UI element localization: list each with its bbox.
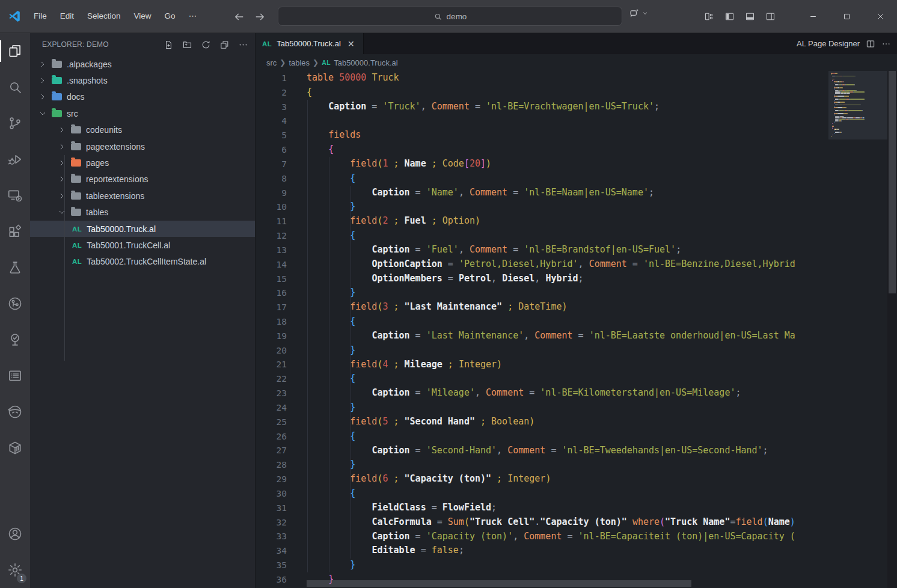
menu-go[interactable]: Go <box>158 7 182 25</box>
minimap-viewport[interactable] <box>828 71 887 139</box>
tab-close-icon[interactable]: ✕ <box>346 38 357 49</box>
code-line-20[interactable]: 20 } <box>256 343 897 358</box>
new-file-icon[interactable] <box>161 37 176 52</box>
code-line-16[interactable]: 16 } <box>256 286 897 300</box>
chevron-down-icon[interactable] <box>38 109 48 118</box>
code-line-34[interactable]: 34 Editable = false; <box>256 544 897 558</box>
code-line-14[interactable]: 14 OptionCaption = 'Petrol,Diesel,Hybrid… <box>256 257 897 272</box>
code-line-23[interactable]: 23 Caption = 'Mileage', Comment = 'nl-BE… <box>256 386 897 400</box>
code-line-28[interactable]: 28 } <box>256 458 897 472</box>
tree-item-docs[interactable]: docs <box>30 89 255 105</box>
chevron-right-icon[interactable] <box>38 92 48 102</box>
horizontal-scrollbar[interactable] <box>307 580 691 587</box>
breadcrumb-item-src[interactable]: src <box>266 58 277 67</box>
copilot-button[interactable] <box>629 8 649 19</box>
collapse-folders-icon[interactable] <box>217 37 231 52</box>
minimize-button[interactable] <box>796 0 830 33</box>
code-line-17[interactable]: 17 field(3 ; "Last Maintenance" ; DateTi… <box>256 300 897 314</box>
activity-source-control[interactable] <box>0 105 30 141</box>
customize-layout-icon[interactable] <box>700 8 718 26</box>
code-line-3[interactable]: 3 Caption = 'Truck', Comment = 'nl-BE=Vr… <box>256 100 897 114</box>
code-line-26[interactable]: 26 { <box>256 429 897 444</box>
menu-selection[interactable]: Selection <box>81 7 127 25</box>
code-line-31[interactable]: 31 FieldClass = FlowField; <box>256 501 897 515</box>
vertical-scrollbar[interactable] <box>887 71 897 588</box>
code-line-18[interactable]: 18 { <box>256 314 897 329</box>
activity-explorer[interactable] <box>0 33 30 69</box>
code-line-30[interactable]: 30 { <box>256 486 897 501</box>
chevron-down-icon[interactable] <box>58 207 67 217</box>
tree-item-codeunits[interactable]: codeunits <box>30 122 255 138</box>
code-line-10[interactable]: 10 } <box>256 200 897 214</box>
activity-accounts[interactable] <box>0 516 30 552</box>
toggle-primary-sidebar-icon[interactable] <box>720 8 738 26</box>
code-line-29[interactable]: 29 field(6 ; "Capacity (ton)" ; Integer) <box>256 472 897 486</box>
activity-remote-explorer[interactable] <box>0 177 30 213</box>
menu-edit[interactable]: Edit <box>54 7 81 25</box>
tree-item--alpackages[interactable]: .alpackages <box>30 56 255 72</box>
refresh-icon[interactable] <box>198 37 213 52</box>
activity-ninja-extension[interactable] <box>0 394 30 430</box>
code-line-24[interactable]: 24 } <box>256 400 897 415</box>
menu-[interactable]: ⋯ <box>182 7 204 25</box>
tree-item--snapshots[interactable]: .snapshots <box>30 72 255 88</box>
code-line-6[interactable]: 6 { <box>256 142 897 157</box>
close-button[interactable] <box>863 0 897 33</box>
chevron-right-icon[interactable] <box>38 76 48 85</box>
code-editor[interactable]: 1table 50000 Truck2{3 Caption = 'Truck',… <box>256 71 897 588</box>
code-line-12[interactable]: 12 { <box>256 228 897 243</box>
forward-icon[interactable] <box>254 11 266 23</box>
code-line-25[interactable]: 25 field(5 ; "Second Hand" ; Boolean) <box>256 415 897 429</box>
menu-file[interactable]: File <box>27 7 54 25</box>
activity-search[interactable] <box>0 69 30 105</box>
activity-output-list[interactable] <box>0 358 30 394</box>
horizontal-scrollbar-thumb[interactable] <box>307 580 691 587</box>
code-line-1[interactable]: 1table 50000 Truck <box>256 71 897 85</box>
new-folder-icon[interactable] <box>180 37 194 52</box>
chevron-right-icon[interactable] <box>58 158 67 168</box>
activity-test-explorer[interactable] <box>0 322 30 358</box>
menu-view[interactable]: View <box>127 7 158 25</box>
chevron-right-icon[interactable] <box>58 174 67 184</box>
code-line-4[interactable]: 4 <box>256 114 897 128</box>
toggle-secondary-sidebar-icon[interactable] <box>761 8 779 26</box>
activity-settings[interactable]: 1 <box>0 552 30 588</box>
more-actions-icon[interactable] <box>236 37 250 52</box>
minimap[interactable] <box>828 71 887 588</box>
code-line-7[interactable]: 7 field(1 ; Name ; Code[20]) <box>256 157 897 171</box>
chevron-right-icon[interactable] <box>58 142 67 152</box>
activity-extensions[interactable] <box>0 213 30 250</box>
chevron-right-icon[interactable] <box>38 60 48 69</box>
tab-tab50000-truck[interactable]: AL Tab50000.Truck.al ✕ <box>256 33 364 54</box>
code-line-5[interactable]: 5 fields <box>256 128 897 142</box>
maximize-button[interactable] <box>830 0 863 33</box>
code-line-2[interactable]: 2{ <box>256 85 897 100</box>
tree-item-pageextensions[interactable]: pageextensions <box>30 138 255 155</box>
code-line-11[interactable]: 11 field(2 ; Fuel ; Option) <box>256 214 897 228</box>
code-line-27[interactable]: 27 Caption = 'Second-Hand', Comment = 'n… <box>256 444 897 458</box>
code-line-13[interactable]: 13 Caption = 'Fuel', Comment = 'nl-BE=Br… <box>256 243 897 257</box>
tree-item-src[interactable]: src <box>30 105 255 121</box>
activity-al-object-browser[interactable] <box>0 286 30 322</box>
activity-test-beaker[interactable] <box>0 250 30 286</box>
toggle-panel-icon[interactable] <box>741 8 759 26</box>
back-icon[interactable] <box>233 11 245 23</box>
code-line-15[interactable]: 15 OptionMembers = Petrol, Diesel, Hybri… <box>256 272 897 286</box>
code-line-35[interactable]: 35 } <box>256 558 897 572</box>
code-line-9[interactable]: 9 Caption = 'Name', Comment = 'nl-BE=Naa… <box>256 186 897 200</box>
split-editor-icon[interactable] <box>866 39 875 49</box>
more-actions-icon[interactable] <box>881 39 891 49</box>
activity-run-and-debug[interactable] <box>0 141 30 177</box>
al-page-designer-button[interactable]: AL Page Designer <box>797 39 860 48</box>
code-line-22[interactable]: 22 { <box>256 372 897 386</box>
command-center-search[interactable]: demo <box>278 7 622 26</box>
code-line-19[interactable]: 19 Caption = 'Last Maintenance', Comment… <box>256 329 897 343</box>
breadcrumb-item-tab50000-truck-al[interactable]: Tab50000.Truck.al <box>334 58 397 67</box>
chevron-right-icon[interactable] <box>58 125 67 135</box>
code-line-32[interactable]: 32 CalcFormula = Sum("Truck Cell"."Capac… <box>256 515 897 530</box>
code-line-8[interactable]: 8 { <box>256 171 897 186</box>
code-line-21[interactable]: 21 field(4 ; Mileage ; Integer) <box>256 358 897 372</box>
vertical-scrollbar-thumb[interactable] <box>889 71 896 293</box>
breadcrumb-item-tables[interactable]: tables <box>289 58 310 67</box>
chevron-right-icon[interactable] <box>58 191 67 201</box>
